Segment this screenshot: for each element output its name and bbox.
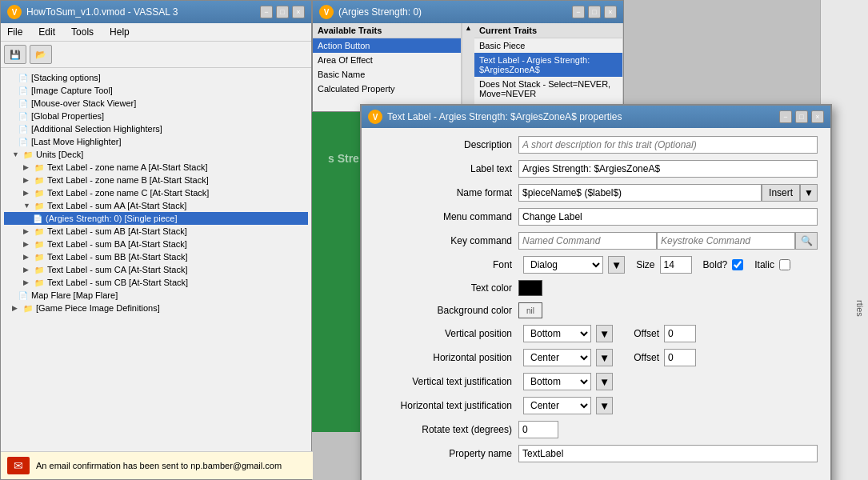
tree-item-sum-ab[interactable]: ▶ 📁 Text Label - sum AB [At-Start Stack] (4, 225, 308, 238)
traits-close-button[interactable]: × (604, 6, 617, 18)
toolbar-open-button[interactable]: 📂 (30, 45, 52, 64)
tree-item-sum-ba[interactable]: ▶ 📁 Text Label - sum BA [At-Start Stack] (4, 238, 308, 250)
name-format-input[interactable] (518, 184, 762, 202)
current-trait-basic-piece[interactable]: Basic Piece (474, 38, 622, 53)
current-trait-does-not-stack[interactable]: Does Not Stack - Select=NEVER, Move=NEVE… (474, 77, 622, 101)
insert-dropdown-button[interactable]: ▼ (800, 184, 818, 202)
menu-tools[interactable]: Tools (68, 25, 97, 39)
keystroke-command-input[interactable] (657, 232, 795, 250)
tree-item-argies-strength[interactable]: 📄 (Argies Strength: 0) [Single piece] (4, 212, 308, 225)
toolbar-save-button[interactable]: 💾 (4, 45, 26, 64)
dialog-minimize-button[interactable]: − (779, 110, 792, 123)
h-offset-label: Offset (634, 352, 659, 363)
tree-item-sum-bb[interactable]: ▶ 📁 Text Label - sum BB [At-Start Stack] (4, 250, 308, 263)
menu-command-row: Menu command (374, 208, 818, 226)
tree-item-zone-b[interactable]: ▶ 📁 Text Label - zone name B [At-Start S… (4, 174, 308, 186)
size-input[interactable] (660, 256, 692, 274)
dialog-close-button[interactable]: × (811, 110, 824, 123)
menu-command-label: Menu command (374, 211, 518, 222)
tree-item-image-capture[interactable]: 📄 [Image Capture Tool] (4, 84, 308, 97)
bold-checkbox[interactable] (732, 259, 743, 270)
font-dropdown-button[interactable]: ▼ (608, 256, 625, 274)
trait-calculated-property[interactable]: Calculated Property (313, 82, 461, 96)
bg-color-label: Background color (374, 305, 518, 316)
close-button[interactable]: × (292, 6, 305, 18)
file-icon: 📄 (18, 138, 28, 146)
email-icon: ✉ (7, 457, 30, 474)
description-label: Description (374, 139, 518, 150)
v-offset-label: Offset (634, 328, 659, 339)
dialog-title: Text Label - Argies Strength: $ArgiesZon… (387, 111, 622, 122)
tree-item-zone-c[interactable]: ▶ 📁 Text Label - zone name C [At-Start S… (4, 186, 308, 199)
tree-item-units-deck[interactable]: ▼ 📁 Units [Deck] (4, 148, 308, 161)
traits-minimize-button[interactable]: − (572, 6, 585, 18)
vert-just-dropdown[interactable]: ▼ (596, 373, 613, 390)
tree-item-sum-ca[interactable]: ▶ 📁 Text Label - sum CA [At-Start Stack] (4, 263, 308, 276)
property-name-label: Property name (374, 448, 518, 459)
current-trait-text-label[interactable]: Text Label - Argies Strength: $ArgiesZon… (474, 53, 622, 77)
folder-icon: 📁 (34, 189, 44, 198)
font-label: Font (374, 259, 518, 270)
folder-icon: 📁 (34, 202, 44, 210)
maximize-button[interactable]: □ (276, 6, 289, 18)
file-icon: 📄 (18, 125, 28, 134)
named-command-input[interactable] (518, 232, 657, 250)
scroll-up-icon[interactable]: ▲ (465, 24, 472, 32)
insert-button[interactable]: Insert (762, 184, 800, 202)
vert-just-label: Vertical text justification (374, 376, 518, 387)
tree-item-game-piece-defs[interactable]: ▶ 📁 [Game Piece Image Definitions] (4, 302, 308, 314)
folder-icon: 📁 (34, 176, 44, 185)
horiz-just-dropdown[interactable]: ▼ (596, 397, 613, 414)
menu-file[interactable]: File (4, 25, 26, 39)
bg-color-swatch[interactable]: nil (518, 302, 542, 318)
v-offset-input[interactable] (664, 325, 696, 342)
dialog-titlebar: V Text Label - Argies Strength: $ArgiesZ… (362, 106, 830, 128)
folder-icon: 📁 (34, 253, 44, 262)
h-offset-input[interactable] (664, 349, 696, 366)
vertical-pos-dropdown[interactable]: ▼ (596, 325, 613, 342)
tree-item-map-flare[interactable]: 📄 Map Flare [Map Flare] (4, 289, 308, 302)
menu-help[interactable]: Help (106, 25, 133, 39)
traits-maximize-button[interactable]: □ (588, 6, 601, 18)
vertical-pos-select[interactable]: Bottom (523, 325, 591, 342)
rotate-text-label: Rotate text (degrees) (374, 424, 518, 435)
menu-command-input[interactable] (518, 208, 818, 226)
vert-just-select[interactable]: Bottom (523, 373, 591, 390)
text-color-swatch[interactable] (518, 280, 542, 296)
tree-item-selection-highlight[interactable]: 📄 [Additional Selection Highlighters] (4, 122, 308, 135)
label-text-input[interactable] (518, 160, 818, 178)
main-window-title: HowToSum_v1.0.vmod - VASSAL 3 (26, 6, 178, 18)
menu-edit[interactable]: Edit (35, 25, 58, 39)
horizontal-pos-dropdown[interactable]: ▼ (596, 349, 613, 366)
key-command-button[interactable]: 🔍 (795, 232, 818, 250)
expand-icon: ▶ (23, 227, 31, 235)
trait-action-button[interactable]: Action Button (313, 38, 461, 53)
trait-area-of-effect[interactable]: Area Of Effect (313, 53, 461, 67)
traits-title: (Argies Strength: 0) (338, 6, 422, 18)
horizontal-pos-select[interactable]: Center (523, 349, 591, 366)
tree-item-mouseover[interactable]: 📄 [Mouse-over Stack Viewer] (4, 97, 308, 110)
tree-item-stacking[interactable]: 📄 [Stacking options] (4, 71, 308, 84)
dialog-maximize-button[interactable]: □ (795, 110, 808, 123)
trait-basic-name[interactable]: Basic Name (313, 67, 461, 82)
label-text-label: Label text (374, 163, 518, 174)
tree-item-zone-a[interactable]: ▶ 📁 Text Label - zone name A [At-Start S… (4, 161, 308, 174)
tree-panel: 📄 [Stacking options] 📄 [Image Capture To… (1, 68, 311, 450)
file-icon: 📄 (18, 112, 28, 121)
rotate-text-input[interactable] (518, 421, 558, 438)
tree-item-sum-cb[interactable]: ▶ 📁 Text Label - sum CB [At-Start Stack] (4, 276, 308, 289)
italic-checkbox[interactable] (779, 259, 790, 270)
description-input[interactable] (518, 136, 818, 154)
folder-icon: 📁 (23, 150, 33, 159)
minimize-button[interactable]: − (260, 6, 273, 18)
font-select[interactable]: Dialog (523, 256, 603, 274)
available-traits-scrollbar[interactable]: ▲ ▼ (462, 23, 474, 111)
tree-item-last-move[interactable]: 📄 [Last Move Highlighter] (4, 135, 308, 148)
tree-item-sum-aa[interactable]: ▼ 📁 Text Label - sum AA [At-Start Stack] (4, 199, 308, 212)
property-name-input[interactable] (518, 445, 818, 462)
rotate-text-row: Rotate text (degrees) (374, 421, 818, 438)
folder-icon: 📁 (34, 266, 44, 274)
horiz-just-select[interactable]: Center (523, 397, 591, 414)
board-text: s Stre (328, 152, 359, 165)
tree-item-global-props[interactable]: 📄 [Global Properties] (4, 110, 308, 122)
